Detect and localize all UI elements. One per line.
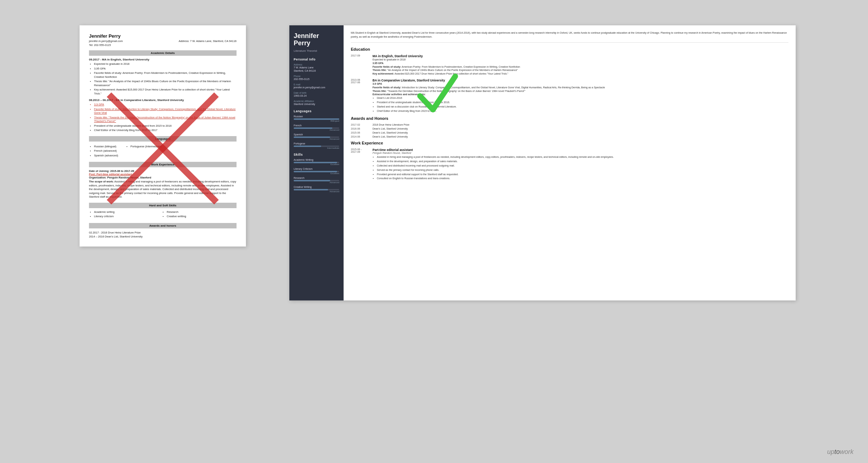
awards-header: Awards and honors	[89, 223, 237, 228]
edu-extra-list: Dean's List 2014-2016 President of the u…	[373, 96, 788, 113]
edu-details-1: MA in English, Stanford University Expec…	[373, 54, 788, 76]
work-dates: Date of Joining: 2015-06 to 2017-09	[89, 169, 237, 173]
skill-academic: Academic Writing Excellent	[294, 159, 339, 165]
work-header-right: Work Experience	[351, 141, 788, 145]
edu-dates-1: 2017-09	[351, 54, 373, 76]
left-tel: Tel: 202-555-0115	[89, 43, 237, 47]
lang-col-2: Portuguese (Intermediate)	[125, 144, 162, 159]
lang-spanish: Spanish Advanced	[294, 133, 339, 140]
skills-header: Hard and Soft Skills	[89, 203, 237, 208]
lang-portugese: Portugese Intermediate	[294, 142, 339, 149]
skill-creative: Creative Writing Advanced	[294, 186, 339, 193]
award-4: 2014-06 Dean's List, Stanford University	[351, 135, 788, 138]
summary-text: MA Student in English at Stanford Univer…	[351, 31, 788, 43]
award-1: 2017-02 2016 Drue Heinz Literature Prize	[351, 123, 788, 126]
award-3: 2015-06 Dean's List, Stanford University	[351, 131, 788, 134]
education-header: Education	[351, 47, 788, 51]
skill-research: Research Advanced	[294, 177, 339, 184]
left-name: Jennifer Perry	[89, 33, 237, 39]
work-details-right: Part-time editorial assistant Penguin Ra…	[373, 148, 788, 181]
dob-label: Date of birth	[294, 92, 339, 94]
edu-entry-2: 08.2013 – 06.2017 - BA in Comparative Li…	[89, 98, 237, 132]
languages-label: Languages	[294, 109, 339, 113]
email-value: jennifer.m.perry@gmail.com	[294, 86, 339, 89]
work-post: Post: Part-time editorial assistant	[89, 173, 237, 176]
work-bullets-right: Assisted in hiring and managing a pool o…	[373, 155, 788, 180]
lang-section: Russian (bilingual) French (advanced) Sp…	[89, 144, 237, 159]
edu-dates-2: 2013-082017-06	[351, 79, 373, 113]
address-value: 7 W. Adams LaneStanford, CA 94116	[294, 66, 339, 73]
phone-label: Phone	[294, 75, 339, 77]
lang-french: French Advanced	[294, 124, 339, 131]
left-email: jennifer.m.perry@gmail.com	[89, 39, 123, 43]
work-entry: Date of Joining: 2015-06 to 2017-09 Post…	[89, 169, 237, 199]
work-header: Work Experience	[89, 162, 237, 167]
awards-list: 02.2017 - 2016 Drue Heinz Literature Pri…	[89, 231, 237, 239]
lang-header: Languages	[89, 136, 237, 142]
left-address: Address: 7 W. Adams Lane, Stanford, CA 9…	[179, 39, 237, 43]
edu-title-1: 09.2017 - MA in English, Stanford Univer…	[89, 58, 237, 61]
lang-col-1: Russian (bilingual) French (advanced) Sp…	[89, 144, 118, 159]
sidebar-name: JenniferPerry	[294, 33, 339, 47]
edu-entry-right-2: 2013-082017-06 BA in Comparative Litarat…	[351, 79, 788, 113]
uptowork-logo: uptowork	[827, 448, 854, 456]
edu-list-2: 3.9 GPA Favorite fields of study: Introd…	[89, 103, 237, 132]
dob-value: 1993-03-24	[294, 94, 339, 98]
academic-header: Academic Details	[89, 50, 237, 56]
sidebar: JenniferPerry Literature Theorist Person…	[289, 25, 344, 300]
work-org: Organization: Penguin Random House, Stan…	[89, 176, 237, 179]
affiliation-label: Academic Affiliation	[294, 100, 339, 102]
skill-literary: Literary Criticism Excellent	[294, 168, 339, 174]
edu-title-2: 08.2013 – 06.2017 - BA in Comparative Li…	[89, 98, 237, 102]
skills-label: Skills	[294, 153, 339, 156]
email-label: E-mail	[294, 83, 339, 86]
edu-details-2: BA in Comparative Litarature, Stanford U…	[373, 79, 788, 113]
address-label: Address	[294, 63, 339, 66]
affiliation-value: Stanford University	[294, 102, 339, 106]
phone-value: 202-555-0115	[294, 77, 339, 81]
main-content: MA Student in English at Stanford Univer…	[344, 25, 796, 300]
skills-list: Academic writing Literary criticism Rese…	[89, 210, 237, 219]
work-scope: The scope of work: Assisted in hiring an…	[89, 180, 237, 199]
lang-russian: Russian Billingual	[294, 115, 339, 122]
sidebar-title: Literature Theorist	[294, 49, 339, 52]
right-resume: JenniferPerry Literature Theorist Person…	[289, 25, 796, 300]
personal-info-label: Personal Info	[294, 58, 339, 61]
edu-list-1: Expected to graduate in 2018 3,95 GPA Fa…	[89, 62, 237, 96]
work-dates-right: 2015-06 -2017-09	[351, 148, 373, 181]
left-resume: Jennifer Perry jennifer.m.perry@gmail.co…	[80, 25, 246, 247]
work-entry-right-1: 2015-06 -2017-09 Part-time editorial ass…	[351, 148, 788, 181]
award-2: 2016-06 Dean's List, Stanford University	[351, 127, 788, 130]
edu-entry-1: 09.2017 - MA in English, Stanford Univer…	[89, 58, 237, 96]
edu-entry-right-1: 2017-09 MA in English, Stanford Universi…	[351, 54, 788, 76]
left-contact: jennifer.m.perry@gmail.com Address: 7 W.…	[89, 39, 237, 43]
awards-header-right: Awards and Honors	[351, 116, 788, 121]
